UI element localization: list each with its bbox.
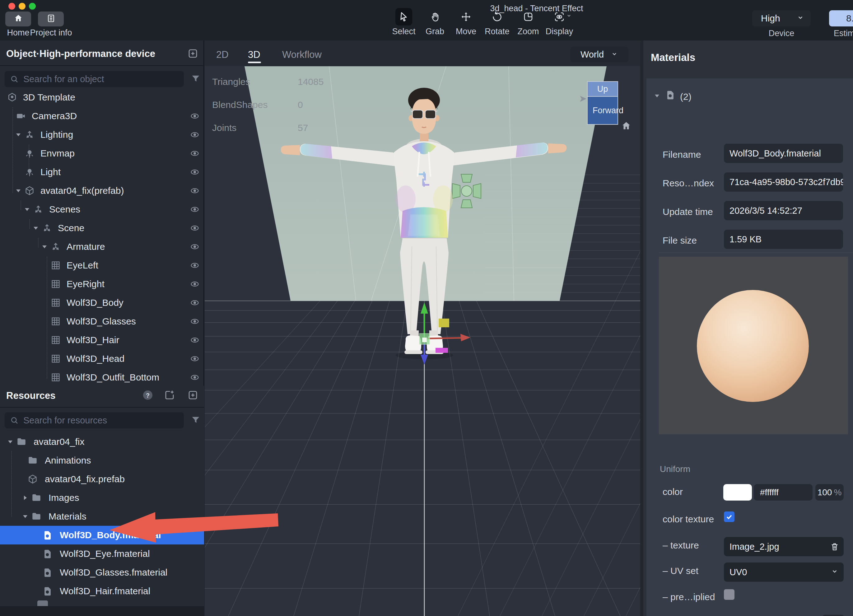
expand-arrow-icon[interactable] bbox=[15, 188, 21, 193]
resource-search-input[interactable]: Search for resources bbox=[5, 412, 184, 428]
help-icon[interactable]: ? bbox=[142, 390, 153, 401]
expand-arrow-icon[interactable] bbox=[15, 132, 21, 137]
material-preview[interactable] bbox=[659, 256, 848, 434]
tree-item-avatar04-fix[interactable]: avatar04_fix bbox=[0, 432, 204, 451]
window-close-button[interactable] bbox=[8, 3, 15, 10]
add-resource-button[interactable] bbox=[187, 390, 199, 401]
eye-visibility-icon[interactable] bbox=[190, 167, 200, 177]
eye-visibility-icon[interactable] bbox=[190, 260, 200, 270]
window-zoom-button[interactable] bbox=[29, 3, 36, 10]
tree-item-armature[interactable]: Armature bbox=[0, 237, 204, 256]
scene-canvas[interactable] bbox=[205, 66, 640, 616]
eye-visibility-icon[interactable] bbox=[190, 242, 200, 252]
tree-item-wolf3d-outfit-bottom[interactable]: Wolf3D_Outfit_Bottom bbox=[0, 368, 204, 386]
tree-item-eyeleft[interactable]: EyeLeft bbox=[0, 256, 204, 275]
tree-item-wolf3d-body-fmaterial[interactable]: Wolf3D_Body.fmaterial bbox=[0, 526, 204, 545]
expand-arrow-icon[interactable] bbox=[23, 495, 28, 500]
file-size-value[interactable]: 1.59 KB bbox=[724, 230, 843, 249]
tree-item-animations[interactable]: Animations bbox=[0, 451, 204, 470]
expand-arrow-icon[interactable] bbox=[42, 244, 47, 249]
tab-2d[interactable]: 2D bbox=[216, 49, 229, 60]
window-minimize-button[interactable] bbox=[19, 3, 26, 10]
axis-up-button[interactable]: Up bbox=[587, 81, 618, 97]
project-info-button[interactable] bbox=[38, 12, 64, 26]
tool-zoom-button[interactable]: Zoom bbox=[517, 8, 539, 36]
eye-visibility-icon[interactable] bbox=[190, 354, 200, 364]
eye-visibility-icon[interactable] bbox=[190, 111, 200, 121]
add-object-button[interactable] bbox=[187, 48, 199, 59]
eye-visibility-icon[interactable] bbox=[190, 130, 200, 140]
texture-value[interactable]: Image_2.jpg bbox=[724, 537, 844, 556]
eye-visibility-icon[interactable] bbox=[190, 223, 200, 233]
material-inspector: (2) Filename Wolf3D_Body.fmaterial Reso…… bbox=[647, 78, 853, 616]
eye-visibility-icon[interactable] bbox=[190, 372, 200, 382]
estimate-button[interactable]: 8. bbox=[829, 10, 853, 26]
tree-item-scene[interactable]: Scene bbox=[0, 219, 204, 237]
tree-item-wolf3d-hair-fmaterial[interactable]: Wolf3D_Hair.fmaterial bbox=[0, 582, 204, 601]
tree-item-camera3d[interactable]: Camera3D bbox=[0, 107, 204, 125]
tree-item-avatar04-fix-prefab[interactable]: avatar04_fix.prefab bbox=[0, 470, 204, 489]
collapse-arrow-icon[interactable] bbox=[654, 93, 660, 100]
color-texture-label: color texture bbox=[663, 514, 714, 525]
expand-arrow-icon[interactable] bbox=[33, 226, 39, 231]
eye-visibility-icon[interactable] bbox=[190, 205, 200, 214]
filter-icon[interactable] bbox=[190, 73, 201, 84]
filename-value[interactable]: Wolf3D_Body.fmaterial bbox=[724, 144, 843, 163]
filter-icon[interactable] bbox=[190, 415, 201, 425]
tree-item-3d-template[interactable]: 3D Template bbox=[0, 88, 204, 107]
tool-grab-button[interactable]: Grab bbox=[424, 8, 446, 36]
axes-icon bbox=[24, 129, 35, 140]
tree-item-scenes[interactable]: Scenes bbox=[0, 200, 204, 219]
coordinate-mode-select[interactable]: World bbox=[570, 47, 628, 62]
tree-item-lighting[interactable]: Lighting bbox=[0, 125, 204, 144]
eye-visibility-icon[interactable] bbox=[190, 298, 200, 308]
tool-display-button[interactable]: Display bbox=[548, 8, 571, 36]
tree-item-wolf3d-eye-fmaterial[interactable]: Wolf3D_Eye.fmaterial bbox=[0, 545, 204, 563]
expand-arrow-icon[interactable] bbox=[23, 514, 28, 519]
color-opacity-value[interactable]: 100% bbox=[815, 484, 844, 501]
expand-arrow-icon[interactable] bbox=[8, 439, 13, 444]
eye-visibility-icon[interactable] bbox=[190, 316, 200, 326]
eye-visibility-icon[interactable] bbox=[190, 186, 200, 196]
object-search-input[interactable]: Search for an object bbox=[5, 71, 184, 87]
home-view-icon[interactable] bbox=[621, 120, 632, 132]
tool-select-button[interactable]: Select bbox=[393, 8, 415, 36]
tool-rotate-button[interactable]: Rotate bbox=[486, 8, 508, 36]
tree-item-wolf3d-hair[interactable]: Wolf3D_Hair bbox=[0, 331, 204, 349]
home-button[interactable] bbox=[5, 12, 31, 26]
tree-item-wolf3d-body[interactable]: Wolf3D_Body bbox=[0, 293, 204, 312]
tree-item-wolf3d-glasses[interactable]: Wolf3D_Glasses bbox=[0, 312, 204, 331]
color-hex-value[interactable]: #ffffff bbox=[754, 484, 812, 501]
update-time-value[interactable]: 2026/3/5 14:52:27 bbox=[724, 201, 843, 220]
tab-3d[interactable]: 3D bbox=[248, 49, 260, 60]
new-resource-icon[interactable] bbox=[164, 390, 175, 401]
tree-item-materials[interactable]: Materials bbox=[0, 507, 204, 526]
metalness-value[interactable]: 0 bbox=[822, 615, 844, 616]
tab-workflow[interactable]: Workflow bbox=[282, 49, 322, 60]
tree-item-wolf3d-glasses-fmaterial[interactable]: Wolf3D_Glasses.fmaterial bbox=[0, 563, 204, 582]
eye-visibility-icon[interactable] bbox=[190, 335, 200, 345]
tree-item-light[interactable]: Light bbox=[0, 163, 204, 181]
eye-visibility-icon[interactable] bbox=[190, 149, 200, 158]
expand-arrow-icon[interactable] bbox=[24, 207, 30, 212]
resource-index-value[interactable]: 71ca-4a95-98b0-573c2f7db9f8 bbox=[724, 172, 843, 192]
tree-item-images[interactable]: Images bbox=[0, 489, 204, 507]
tree-item-wolf3d-head[interactable]: Wolf3D_Head bbox=[0, 349, 204, 368]
mesh-icon bbox=[50, 260, 61, 271]
tree-item-avatar04-fix-prefab[interactable]: avatar04_fix(prefab) bbox=[0, 181, 204, 200]
axes-icon bbox=[33, 204, 44, 215]
color-texture-checkbox[interactable] bbox=[724, 511, 735, 522]
eye-visibility-icon[interactable] bbox=[190, 279, 200, 289]
device-quality-select[interactable]: High bbox=[752, 10, 811, 26]
color-swatch[interactable] bbox=[723, 484, 752, 501]
premultiplied-checkbox[interactable] bbox=[724, 589, 735, 600]
axis-forward-button[interactable]: Forward bbox=[587, 97, 618, 125]
trash-icon[interactable] bbox=[830, 542, 839, 551]
tree-item-envmap[interactable]: Envmap bbox=[0, 144, 204, 163]
uv-set-select[interactable]: UV0 bbox=[724, 563, 844, 582]
tool-move-button[interactable]: Move bbox=[455, 8, 477, 36]
tree-item-eyeright[interactable]: EyeRight bbox=[0, 275, 204, 293]
viewport-toolbar: SelectGrabMoveRotateZoomDisplay bbox=[393, 8, 571, 36]
update-time-label: Update time bbox=[663, 206, 713, 217]
right-hand bbox=[548, 143, 566, 153]
